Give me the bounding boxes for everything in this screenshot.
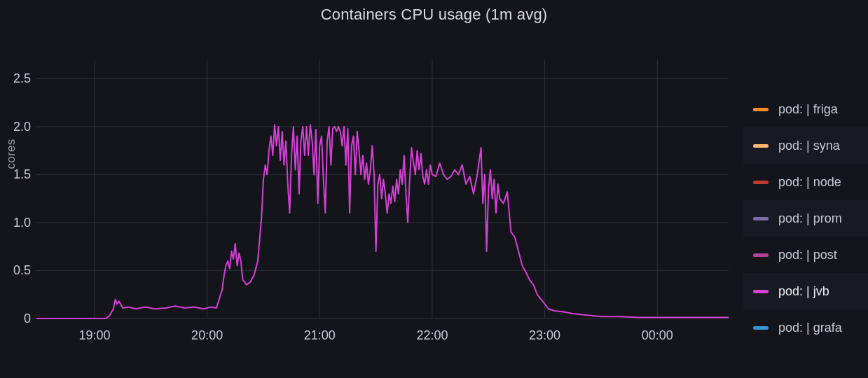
legend-swatch	[753, 253, 769, 257]
legend-label: pod: | node	[778, 175, 841, 190]
legend-label: pod: | syna	[778, 139, 840, 153]
legend-item[interactable]: pod: | friga	[743, 91, 868, 127]
legend-item[interactable]: pod: | grafa	[743, 309, 868, 346]
legend-swatch	[753, 144, 769, 148]
legend-label: pod: | grafa	[778, 321, 842, 335]
legend-item[interactable]: pod: | post	[743, 237, 868, 273]
legend-swatch	[753, 217, 769, 220]
legend-swatch	[753, 108, 769, 111]
legend-item[interactable]: pod: | syna	[743, 127, 868, 164]
legend-swatch	[753, 290, 769, 293]
cpu-chart-panel: Containers CPU usage (1m avg) cores 00.5…	[0, 0, 868, 378]
legend-item[interactable]: pod: | jvb	[743, 273, 868, 309]
y-tick-label: 1.5	[0, 167, 31, 182]
x-tick-label: 21:00	[304, 328, 336, 343]
x-tick-label: 19:00	[78, 328, 110, 343]
y-tick-label: 0.5	[0, 263, 31, 278]
x-tick-label: 23:00	[529, 328, 560, 343]
x-tick-label: 22:00	[416, 328, 448, 343]
x-tick-label: 20:00	[191, 328, 223, 343]
legend-swatch	[753, 326, 769, 330]
y-tick-label: 1.0	[0, 215, 31, 230]
legend-swatch	[753, 181, 769, 184]
legend-item[interactable]: pod: | node	[743, 164, 868, 200]
legend-label: pod: | post	[778, 248, 837, 262]
y-tick-label: 2.0	[0, 119, 31, 134]
legend-label: pod: | prom	[778, 211, 842, 226]
y-tick-label: 0	[0, 312, 31, 326]
panel-title: Containers CPU usage (1m avg)	[0, 6, 868, 24]
x-tick-label: 00:00	[642, 328, 673, 343]
plot-area[interactable]	[36, 38, 729, 365]
legend-label: pod: | jvb	[778, 284, 829, 299]
legend-label: pod: | friga	[778, 102, 838, 117]
legend-item[interactable]: pod: | prom	[743, 200, 868, 237]
chart-svg	[36, 38, 729, 365]
y-tick-label: 2.5	[0, 71, 31, 86]
legend: pod: | frigapod: | synapod: | nodepod: |…	[743, 91, 868, 346]
